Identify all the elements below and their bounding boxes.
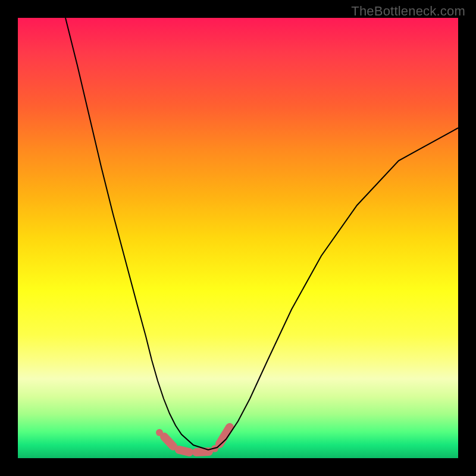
watermark-text: TheBottleneck.com — [351, 4, 465, 19]
seg-bottom-right — [196, 452, 209, 452]
chart-frame: TheBottleneck.com — [0, 0, 476, 476]
seg-left — [164, 437, 173, 446]
bottleneck-curve — [65, 18, 458, 450]
marker-group — [156, 427, 230, 452]
seg-bottom-left — [179, 450, 189, 452]
gradient-plot-area — [18, 18, 458, 458]
curve-layer — [18, 18, 458, 458]
